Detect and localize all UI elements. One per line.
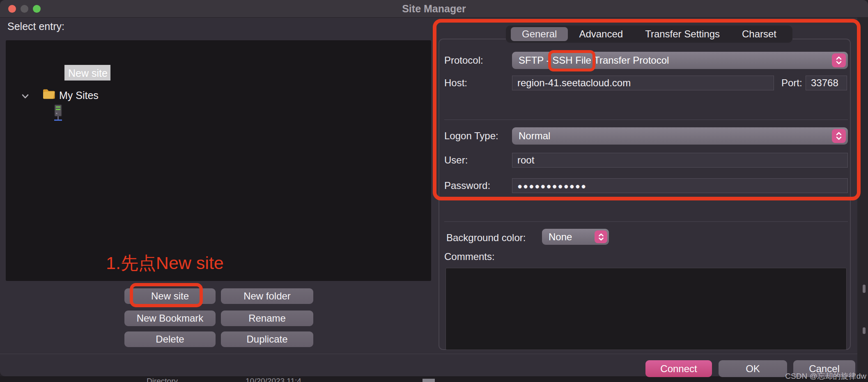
csdn-watermark: CSDN @忘却的旋律dw	[735, 371, 866, 382]
connect-button[interactable]: Connect	[645, 360, 712, 377]
tree-item-my-sites[interactable]: My Sites	[59, 90, 99, 101]
tab-charset[interactable]: Charset	[731, 27, 788, 41]
protocol-value-suffix: Transfer Protocol	[591, 55, 669, 66]
dropdown-stepper-icon[interactable]	[832, 53, 846, 67]
rename-button[interactable]: Rename	[221, 311, 313, 326]
user-label: User:	[444, 154, 468, 166]
site-tree[interactable]: My Sites New site	[6, 40, 431, 281]
tab-bar: General Advanced Transfer Settings Chars…	[506, 25, 792, 43]
server-icon	[53, 104, 64, 122]
comments-label: Comments:	[444, 251, 495, 262]
folder-icon	[42, 87, 56, 101]
host-input[interactable]: region-41.seetacloud.com	[512, 76, 774, 90]
comments-textarea[interactable]	[445, 268, 847, 350]
tab-advanced[interactable]: Advanced	[568, 27, 634, 41]
new-bookmark-button[interactable]: New Bookmark	[124, 311, 216, 326]
background-scrollbar-thumb[interactable]	[863, 285, 866, 293]
window-title: Site Manager	[0, 3, 868, 15]
annotation-step1-text: 1.先点New site	[106, 251, 224, 275]
new-site-button[interactable]: New site	[124, 288, 216, 304]
host-label: Host:	[444, 77, 467, 89]
background-file-row-name: Directory	[147, 377, 178, 382]
new-folder-button[interactable]: New folder	[221, 288, 313, 304]
title-bar: Site Manager	[0, 0, 868, 18]
background-file-row-date: 10/20/2023 11:4	[246, 377, 301, 382]
user-input[interactable]: root	[512, 153, 848, 168]
protocol-value-highlight: SSH File	[552, 55, 591, 66]
footer-separator	[0, 354, 857, 354]
port-label: Port:	[781, 77, 802, 89]
expander-chevron-down-icon[interactable]	[21, 93, 29, 99]
dropdown-stepper-icon[interactable]	[595, 230, 607, 243]
select-entry-label: Select entry:	[7, 21, 64, 32]
protocol-label: Protocol:	[444, 55, 483, 66]
port-input[interactable]: 33768	[806, 76, 847, 90]
protocol-dropdown[interactable]: SFTP - SSH File Transfer Protocol	[512, 52, 848, 69]
password-input[interactable]: ●●●●●●●●●●●●	[512, 178, 848, 193]
form-divider	[444, 120, 848, 120]
form-divider	[444, 221, 848, 222]
background-window-right-edge	[857, 18, 868, 376]
protocol-value-prefix: SFTP -	[519, 55, 552, 66]
logon-type-dropdown[interactable]: Normal	[512, 127, 848, 145]
dropdown-stepper-icon[interactable]	[832, 129, 846, 143]
logon-type-value: Normal	[519, 130, 550, 142]
password-label: Password:	[444, 180, 490, 191]
background-color-value: None	[549, 231, 572, 243]
delete-button[interactable]: Delete	[124, 331, 216, 347]
background-scrollbar-thumb[interactable]	[863, 327, 866, 334]
background-color-dropdown[interactable]: None	[542, 229, 609, 245]
background-scrollbar-fragment	[423, 379, 435, 382]
tab-general[interactable]: General	[511, 27, 568, 41]
duplicate-button[interactable]: Duplicate	[221, 331, 313, 347]
tab-transfer-settings[interactable]: Transfer Settings	[634, 27, 731, 41]
tree-item-new-site[interactable]: New site	[68, 67, 108, 79]
site-manager-window: Directory 10/20/2023 11:4 Site Manager S…	[0, 0, 868, 382]
logon-type-label: Logon Type:	[444, 130, 498, 142]
background-color-label: Background color:	[446, 232, 526, 244]
